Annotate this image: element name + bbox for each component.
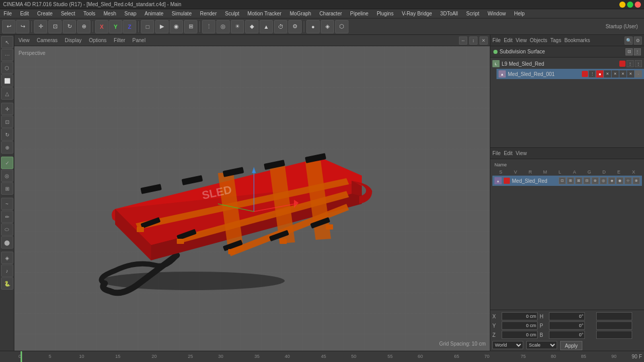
left-btn-spline[interactable]: ~ xyxy=(1,198,13,210)
menu-help[interactable]: Help xyxy=(512,11,526,16)
menu-animate[interactable]: Animate xyxy=(143,11,165,16)
menu-pipeline[interactable]: Pipeline xyxy=(348,11,370,16)
anim-btn[interactable]: ⏱ xyxy=(274,20,287,33)
obj-menu-tags[interactable]: Tags xyxy=(550,37,561,43)
attr-menu-edit[interactable]: Edit xyxy=(504,150,512,156)
left-btn-python[interactable]: 🐍 xyxy=(1,277,13,290)
object-mode-btn[interactable]: □ xyxy=(141,20,154,33)
menu-character[interactable]: Character xyxy=(318,11,343,16)
vp-ctrl-3[interactable]: ✕ xyxy=(480,36,488,45)
redo-btn[interactable]: ↪ xyxy=(16,20,29,33)
viewport-canvas[interactable]: Perspective xyxy=(14,46,490,351)
menu-sculpt[interactable]: Sculpt xyxy=(224,11,241,16)
transform-btn[interactable]: ⊕ xyxy=(77,20,90,33)
menu-edit[interactable]: Edit xyxy=(19,11,30,16)
rotate-btn[interactable]: ↻ xyxy=(63,20,76,33)
left-btn-scale[interactable]: ⊡ xyxy=(1,116,13,128)
menu-create[interactable]: Create xyxy=(35,11,54,16)
menu-simulate[interactable]: Simulate xyxy=(170,11,193,16)
obj-tag-red[interactable]: ■ xyxy=(596,70,603,78)
coord-z-pos[interactable] xyxy=(502,331,538,339)
coord-y-pos[interactable] xyxy=(502,321,538,330)
header-icon1[interactable]: ⊡ xyxy=(625,48,633,55)
minimize-btn[interactable] xyxy=(619,2,625,8)
menu-script[interactable]: Script xyxy=(465,11,481,16)
attr-ctrl-8[interactable]: ◉ xyxy=(616,177,623,184)
obj-menu-file[interactable]: File xyxy=(492,37,501,43)
obj-search-icon[interactable]: 🔍 xyxy=(624,36,633,45)
menu-file[interactable]: File xyxy=(2,11,13,16)
left-btn-camera2[interactable]: ◎ xyxy=(1,169,13,182)
left-btn-obj[interactable]: △ xyxy=(1,87,13,100)
coord-x-pos[interactable] xyxy=(502,312,538,320)
left-btn-points[interactable]: ⋯ xyxy=(1,49,13,61)
header-icon2[interactable]: ⋮ xyxy=(634,48,641,55)
timeline-bar[interactable]: 0 5 10 15 20 25 30 35 40 45 50 55 60 65 … xyxy=(0,351,644,362)
plugin2-btn[interactable]: ◈ xyxy=(321,20,334,33)
attr-ctrl-9[interactable]: ⊹ xyxy=(624,177,632,184)
attr-ctrl-3[interactable]: ⊠ xyxy=(575,177,582,184)
move-btn[interactable]: ✛ xyxy=(34,20,47,33)
left-btn-poly[interactable]: ⬜ xyxy=(1,74,13,87)
menu-plugins[interactable]: Plugins xyxy=(375,11,395,16)
viewport-tab-cameras[interactable]: Cameras xyxy=(35,37,60,43)
close-btn[interactable] xyxy=(635,2,641,8)
coord-p-val[interactable] xyxy=(549,321,585,330)
left-btn-transform2[interactable]: ⊕ xyxy=(1,141,13,154)
coord-sx-val[interactable] xyxy=(596,312,632,320)
camera-btn[interactable]: ◎ xyxy=(216,20,230,33)
obj-tag-1[interactable]: ⋮ xyxy=(588,70,596,78)
attr-ctrl-2[interactable]: ⊞ xyxy=(567,177,574,184)
left-btn-rotate[interactable]: ↻ xyxy=(1,128,13,141)
menu-snap[interactable]: Snap xyxy=(123,11,138,16)
viewport-tab-options[interactable]: Options xyxy=(87,37,108,43)
menu-vray[interactable]: V-Ray Bridge xyxy=(400,11,434,16)
left-btn-viewport[interactable]: ⊞ xyxy=(1,182,13,195)
maximize-btn[interactable] xyxy=(627,2,633,8)
attr-ctrl-1[interactable]: ⊡ xyxy=(559,177,566,184)
menu-select[interactable]: Select xyxy=(59,11,77,16)
apply-button[interactable]: Apply xyxy=(560,341,582,350)
coord-z-btn[interactable]: Z xyxy=(123,20,136,33)
obj-tag-x3[interactable]: ✕ xyxy=(619,70,627,78)
menu-motiont[interactable]: Motion Tracker xyxy=(246,11,283,16)
obj-menu-objects[interactable]: Objects xyxy=(530,37,547,43)
snap-btn[interactable]: ⋮ xyxy=(202,20,215,33)
left-btn-mat2[interactable]: ◈ xyxy=(1,252,13,264)
menu-mesh[interactable]: Mesh xyxy=(102,11,118,16)
obj-tag-x2[interactable]: ✕ xyxy=(612,70,619,78)
attr-menu-file[interactable]: File xyxy=(492,150,501,156)
render2-btn[interactable]: ◉ xyxy=(170,20,183,33)
left-btn-sculpt[interactable]: ⬭ xyxy=(1,223,13,236)
attr-ctrl-4[interactable]: ⊟ xyxy=(583,177,591,184)
obj-tag-dot[interactable]: · xyxy=(635,70,642,78)
menu-tools[interactable]: Tools xyxy=(82,11,97,16)
plugin1-btn[interactable]: ● xyxy=(306,20,320,33)
scale-dropdown[interactable]: Scale xyxy=(526,341,557,349)
left-btn-paint[interactable]: ⬤ xyxy=(1,236,13,249)
obj-menu-bookmarks[interactable]: Bookmarks xyxy=(564,37,590,43)
obj-icon-2[interactable]: ⋮ xyxy=(635,60,642,67)
attr-ctrl-6[interactable]: ◎ xyxy=(600,177,607,184)
viewport-tab-view[interactable]: View xyxy=(16,37,32,43)
vp-ctrl-1[interactable]: ↔ xyxy=(459,36,467,45)
world-dropdown[interactable]: World Object xyxy=(492,341,523,349)
obj-row-layer[interactable]: L L9 Med_Sled_Red ⋮ ⋮ xyxy=(490,59,644,69)
menu-mograph[interactable]: MoGraph xyxy=(288,11,313,16)
tag-btn[interactable]: ⚙ xyxy=(288,20,302,33)
viewport-tab-panel[interactable]: Panel xyxy=(131,37,148,43)
obj-icon-1[interactable]: ⋮ xyxy=(627,60,634,67)
left-btn-move[interactable]: ✛ xyxy=(1,103,13,115)
undo-btn[interactable]: ↩ xyxy=(2,20,15,33)
coord-sy-val[interactable] xyxy=(596,321,632,330)
coord-y-btn[interactable]: Y xyxy=(109,20,122,33)
viewport-tab-filter[interactable]: Filter xyxy=(112,37,127,43)
obj-tag-x1[interactable]: ✕ xyxy=(604,70,611,78)
plugin3-btn[interactable]: ⬡ xyxy=(335,20,348,33)
menu-render[interactable]: Render xyxy=(198,11,218,16)
attr-menu-view[interactable]: View xyxy=(516,150,527,156)
render3-btn[interactable]: ⊞ xyxy=(184,20,197,33)
menu-3dtoall[interactable]: 3DToAll xyxy=(439,11,459,16)
obj-row-mesh[interactable]: ▲ Med_Sled_Red_001 ⋮ ■ ✕ ✕ ✕ ✕ · xyxy=(496,69,644,79)
coord-h-val[interactable] xyxy=(549,312,585,320)
